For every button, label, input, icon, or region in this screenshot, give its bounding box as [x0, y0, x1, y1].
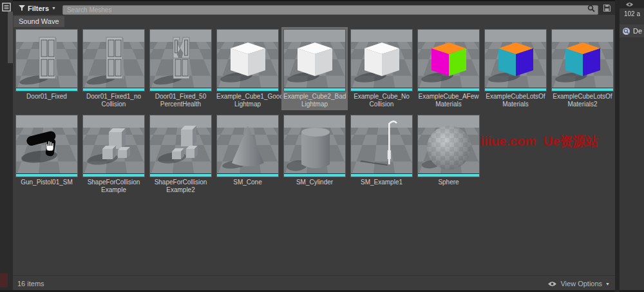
- asset-thumbnail[interactable]: [82, 115, 145, 177]
- asset-thumbnail[interactable]: [216, 29, 279, 92]
- asset-tile[interactable]: ShapeForCollision Example: [80, 113, 147, 196]
- asset-type-color-bar: [284, 173, 345, 177]
- asset-label: ShapeForCollision Example: [82, 179, 145, 194]
- watermark-text: iiiue.com Ue资源站: [480, 133, 598, 150]
- asset-thumbnail[interactable]: [350, 115, 413, 177]
- asset-label: ExampleCubeLotsOf Materials: [484, 93, 547, 108]
- cube-mesh-preview: [485, 30, 547, 89]
- asset-tile[interactable]: Door01_Fixed_50 PercentHealth: [147, 27, 214, 110]
- asset-tile[interactable]: Example_Cube2_Bad Lightmap: [281, 27, 348, 110]
- status-bar: 16 items View Options ▼: [13, 275, 615, 290]
- blocks-mesh-preview: [83, 115, 145, 175]
- asset-type-color-bar: [552, 88, 613, 91]
- asset-type-color-bar: [351, 88, 412, 91]
- sources-panel-icon[interactable]: [2, 3, 11, 12]
- door-mesh-preview: [16, 30, 78, 89]
- asset-thumbnail[interactable]: [216, 115, 279, 177]
- items-count: 16 items: [17, 280, 44, 287]
- asset-label: ExampleCube_AFew Materials: [417, 93, 480, 108]
- asset-type-color-bar: [284, 88, 345, 91]
- chevron-down-icon: ▼: [52, 6, 56, 10]
- asset-type-color-bar: [217, 173, 278, 177]
- asset-thumbnail[interactable]: [82, 29, 145, 92]
- asset-thumbnail[interactable]: [350, 29, 413, 92]
- asset-type-color-bar: [418, 173, 479, 177]
- asset-type-color-bar: [16, 88, 77, 91]
- asset-type-color-bar: [485, 88, 546, 91]
- sphere-mesh-preview: [418, 115, 480, 175]
- asset-label: Example_Cube_No Collision: [350, 93, 413, 108]
- asset-label: Door01_Fixed: [15, 93, 78, 101]
- blocks2-mesh-preview: [150, 115, 212, 175]
- search-input[interactable]: [62, 5, 598, 15]
- asset-tile[interactable]: Sphere: [415, 113, 482, 196]
- asset-tile[interactable]: Door01_Fixed: [14, 27, 80, 110]
- asset-label: Example_Cube1_Good Lightmap: [216, 93, 279, 108]
- search-magnifier-icon: [587, 5, 595, 12]
- cylinder-mesh-preview: [284, 115, 346, 175]
- chevron-down-icon: ▼: [605, 282, 610, 286]
- view-options-label: View Options: [560, 280, 602, 287]
- asset-tile[interactable]: ExampleCubeLotsOf Materials: [482, 27, 549, 110]
- asset-tile[interactable]: ShapeForCollision Example2: [147, 113, 214, 196]
- view-options-button[interactable]: View Options ▼: [547, 280, 610, 287]
- asset-label: Door01_Fixed_50 PercentHealth: [149, 93, 212, 108]
- cube-mesh-preview: [552, 30, 614, 89]
- asset-tile[interactable]: Door01_Fixed1_no Collision: [80, 27, 147, 110]
- asset-grid: Door01_FixedDoor01_Fixed1_no CollisionDo…: [14, 27, 616, 196]
- save-floppy-icon[interactable]: [603, 4, 611, 12]
- panel-divider[interactable]: [615, 0, 620, 292]
- right-panel-details-row[interactable]: De: [620, 24, 644, 37]
- cone-mesh-preview: [217, 115, 279, 175]
- filters-label: Filters: [28, 5, 49, 12]
- asset-thumbnail[interactable]: [283, 29, 346, 92]
- asset-thumbnail[interactable]: [417, 115, 480, 177]
- gun-mesh-preview: [16, 115, 78, 175]
- asset-type-color-bar: [150, 88, 211, 91]
- content-browser-toolbar: Filters ▼: [13, 1, 615, 15]
- right-panel-header: [620, 0, 644, 8]
- asset-tile[interactable]: ExampleCubeLotsOf Materials2: [549, 27, 616, 110]
- asset-thumbnail[interactable]: [15, 29, 78, 92]
- asset-thumbnail[interactable]: [417, 29, 480, 92]
- right-panel-count: 102 a: [620, 8, 644, 17]
- asset-tile[interactable]: Example_Cube1_Good Lightmap: [214, 27, 281, 110]
- asset-tile[interactable]: SM_Cylinder: [281, 113, 348, 196]
- asset-tile[interactable]: Example_Cube_No Collision: [348, 27, 415, 110]
- asset-thumbnail[interactable]: [551, 29, 614, 92]
- asset-label: Example_Cube2_Bad Lightmap: [283, 93, 346, 108]
- asset-tile[interactable]: Gun_Pistol01_SM: [14, 113, 80, 196]
- asset-label: ShapeForCollision Example2: [149, 179, 212, 194]
- asset-label: SM_Cylinder: [283, 179, 346, 186]
- eye-icon: [625, 2, 634, 7]
- asset-label: SM_Example1: [350, 179, 413, 186]
- cube-mesh-preview: [217, 30, 279, 89]
- asset-type-color-bar: [351, 173, 412, 177]
- eye-icon: [547, 281, 557, 287]
- cube-mesh-preview: [418, 30, 480, 89]
- rail-red-block: [0, 273, 8, 287]
- asset-label: ExampleCubeLotsOf Materials2: [551, 93, 614, 108]
- filters-button[interactable]: Filters ▼: [19, 5, 56, 12]
- rail-highlight: [8, 12, 13, 63]
- asset-type-color-bar: [418, 88, 479, 91]
- asset-tile[interactable]: ExampleCube_AFew Materials: [415, 27, 482, 110]
- asset-label: Door01_Fixed1_no Collision: [82, 93, 145, 108]
- door-mesh-preview: [83, 30, 145, 89]
- asset-thumbnail[interactable]: [149, 29, 212, 92]
- asset-tile[interactable]: SM_Example1: [348, 113, 415, 196]
- filter-funnel-icon: [19, 5, 25, 11]
- cube-mesh-preview: [351, 30, 413, 89]
- filter-chip-sound-wave[interactable]: Sound Wave: [14, 16, 64, 27]
- asset-thumbnail[interactable]: [15, 115, 78, 177]
- asset-label: SM_Cone: [216, 179, 279, 186]
- asset-thumbnail[interactable]: [283, 115, 346, 177]
- asset-type-color-bar: [16, 173, 77, 177]
- asset-thumbnail[interactable]: [149, 115, 212, 177]
- right-panel: 102 a De: [620, 0, 644, 290]
- sources-rail: [0, 0, 13, 292]
- asset-thumbnail[interactable]: [484, 29, 547, 92]
- asset-type-color-bar: [83, 173, 144, 177]
- asset-tile[interactable]: SM_Cone: [214, 113, 281, 196]
- cube-mesh-preview: [284, 30, 346, 89]
